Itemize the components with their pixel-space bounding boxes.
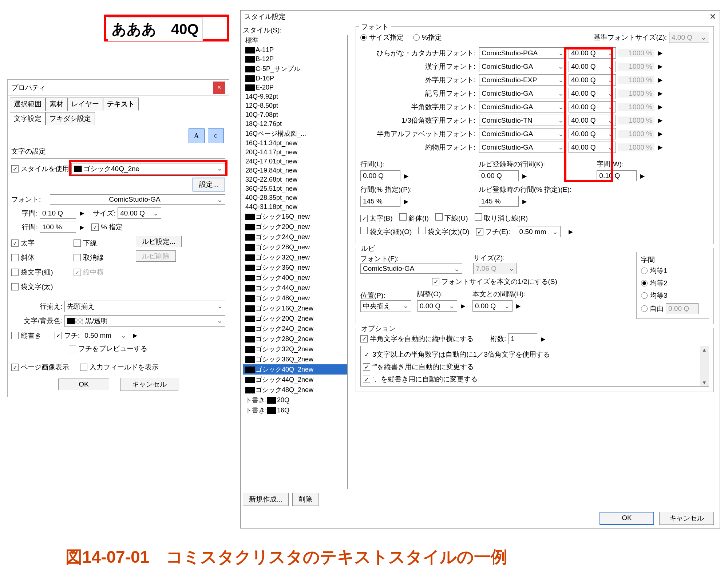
text-circle-icon[interactable]: ○ bbox=[208, 128, 224, 143]
fuchi-checkbox[interactable] bbox=[476, 228, 483, 235]
list-item[interactable]: 16Q-11.34pt_new bbox=[243, 139, 347, 148]
kinto1-radio[interactable] bbox=[641, 268, 648, 274]
list-item[interactable]: 44Q-31.18pt_new bbox=[243, 202, 347, 211]
list-item[interactable]: ゴシック16Q_new bbox=[243, 211, 347, 222]
font-select[interactable]: ComicStudio-EXP⌄ bbox=[479, 74, 566, 86]
list-item[interactable]: ゴシック44Q_2new bbox=[243, 375, 347, 385]
cancel-button[interactable]: キャンセル bbox=[120, 378, 178, 391]
list-item[interactable]: 28Q-19.84pt_new bbox=[243, 166, 347, 175]
font-select[interactable]: ComicStudio-GA⌄ bbox=[479, 101, 566, 112]
list-item[interactable]: ト書き:20Q bbox=[243, 395, 347, 405]
font-select[interactable]: ComicStudio-GA⌄ bbox=[479, 88, 566, 99]
ruby-gyokan-pct-input[interactable]: 145 % bbox=[479, 196, 519, 207]
fuchi-input[interactable]: 0.50 mm⌄ bbox=[517, 226, 561, 237]
arrow-icon[interactable]: ▶ bbox=[78, 224, 86, 231]
ok-button[interactable]: OK bbox=[58, 379, 109, 390]
kinto2-radio[interactable] bbox=[641, 280, 648, 286]
text-area-icon[interactable]: A bbox=[189, 128, 205, 143]
cancel-button[interactable]: キャンセル bbox=[659, 512, 714, 525]
tab-1[interactable]: 素材 bbox=[46, 98, 67, 111]
list-item[interactable]: 24Q-17.01pt_new bbox=[243, 157, 347, 166]
list-item[interactable]: 12Q-8.50pt bbox=[243, 101, 347, 110]
gyokan-pct-input[interactable]: 145 % bbox=[360, 196, 400, 207]
ruby-adj-input[interactable]: 0.00 Q⌄ bbox=[417, 300, 457, 312]
list-item[interactable]: ゴシック40Q_new bbox=[243, 273, 347, 283]
list-item[interactable]: 14Q-9.92pt bbox=[243, 92, 347, 101]
delete-style-button[interactable]: 削除 bbox=[292, 493, 318, 506]
style-list[interactable]: 標準A-11PB-12PC-5P_サンプルD-16PE-20P14Q-9.92p… bbox=[243, 35, 348, 489]
font-select[interactable]: ComicStudio-GA bbox=[50, 194, 225, 205]
list-item[interactable]: ゴシック32Q_2new bbox=[243, 344, 347, 354]
pct-spec-radio[interactable] bbox=[413, 34, 420, 41]
fukuro-futo-checkbox[interactable] bbox=[11, 283, 19, 290]
list-item[interactable]: ゴシック40Q_2new bbox=[243, 364, 347, 375]
ruby-font-select[interactable]: ComicStudio-GA bbox=[360, 264, 462, 274]
option-list[interactable]: 3文字以上の半角数字は自動的に1／3倍角文字を使用する “”を縦書き用に自動的に… bbox=[360, 346, 709, 387]
ruby-gyokan-input[interactable]: 0.00 Q bbox=[479, 170, 519, 181]
pct-spec-checkbox[interactable] bbox=[91, 223, 99, 231]
bold-checkbox[interactable] bbox=[11, 239, 19, 247]
subtab-1[interactable]: フキダシ設定 bbox=[46, 112, 95, 125]
ruby-half-checkbox[interactable] bbox=[432, 278, 439, 285]
jikan-input[interactable]: 0.10 Q bbox=[40, 208, 76, 219]
align-select[interactable]: 先頭揃え bbox=[64, 301, 225, 312]
size-input[interactable]: 40.00 Q⌄ bbox=[118, 207, 161, 219]
list-item[interactable]: ゴシック24Q_2new bbox=[243, 324, 347, 334]
scrollbar[interactable]: ▲▼ bbox=[700, 346, 709, 386]
bold-checkbox[interactable] bbox=[360, 215, 368, 222]
list-item[interactable]: ゴシック36Q_2new bbox=[243, 354, 347, 364]
strike-checkbox[interactable] bbox=[475, 213, 482, 221]
list-item[interactable]: 20Q-14.17pt_new bbox=[243, 148, 347, 157]
list-item[interactable]: D-16P bbox=[243, 74, 347, 83]
style-select[interactable]: ゴシック40Q_2ne bbox=[71, 163, 225, 175]
gyokan-input[interactable]: 100 % bbox=[40, 222, 76, 233]
list-item[interactable]: ゴシック20Q_2new bbox=[243, 313, 347, 324]
list-item[interactable]: ゴシック48Q_new bbox=[243, 293, 347, 303]
list-item[interactable]: ゴシック16Q_2new bbox=[243, 303, 347, 313]
list-item[interactable]: ゴシック32Q_new bbox=[243, 252, 347, 262]
ruby-settings-button[interactable]: ルビ設定... bbox=[136, 236, 182, 247]
fukuro-hoso-checkbox[interactable] bbox=[11, 269, 19, 276]
list-item[interactable]: ゴシック28Q_2new bbox=[243, 334, 347, 344]
list-item[interactable]: 10Q-7.08pt bbox=[243, 110, 347, 119]
size-spec-radio[interactable] bbox=[360, 34, 367, 41]
list-item[interactable]: 18Q-12.76pt bbox=[243, 119, 347, 128]
list-item[interactable]: C-5P_サンプル bbox=[243, 64, 347, 74]
italic-checkbox[interactable] bbox=[399, 213, 407, 221]
ok-button[interactable]: OK bbox=[600, 512, 654, 525]
font-select[interactable]: ComicStudio-GA⌄ bbox=[479, 128, 566, 139]
tab-3[interactable]: テキスト bbox=[103, 98, 139, 111]
fukuro-hoso-checkbox[interactable] bbox=[360, 227, 368, 234]
list-item[interactable]: 16Qページ構成図_... bbox=[243, 128, 347, 139]
list-item[interactable]: A-11P bbox=[243, 45, 347, 55]
italic-checkbox[interactable] bbox=[11, 254, 19, 261]
kinto3-radio[interactable] bbox=[641, 292, 648, 299]
underline-checkbox[interactable] bbox=[435, 213, 443, 221]
fuchi-input[interactable]: 0.50 mm⌄ bbox=[82, 330, 129, 341]
font-select[interactable]: ComicStudio-GA⌄ bbox=[479, 142, 566, 153]
fuchi-preview-checkbox[interactable] bbox=[69, 345, 76, 352]
list-item[interactable]: 標準 bbox=[243, 35, 347, 45]
fukuro-futo-checkbox[interactable] bbox=[418, 227, 426, 234]
list-item[interactable]: 32Q-22.68pt_new bbox=[243, 175, 347, 184]
list-item[interactable]: ゴシック36Q_new bbox=[243, 262, 347, 273]
arrow-icon[interactable]: ▶ bbox=[131, 332, 139, 339]
subtab-0[interactable]: 文字設定 bbox=[10, 112, 46, 125]
tatechuyoko-checkbox[interactable] bbox=[360, 335, 368, 343]
gyokan-input[interactable]: 0.00 Q bbox=[360, 170, 400, 181]
ruby-pos-select[interactable]: 中央揃え bbox=[360, 300, 411, 312]
ruby-gap-input[interactable]: 0.00 Q⌄ bbox=[472, 300, 513, 312]
new-style-button[interactable]: 新規作成... bbox=[243, 493, 289, 506]
tategaki-checkbox[interactable] bbox=[11, 332, 19, 339]
font-select[interactable]: ComicStudio-PGA⌄ bbox=[479, 47, 566, 59]
list-item[interactable]: 36Q-25.51pt_new bbox=[243, 184, 347, 193]
page-img-checkbox[interactable] bbox=[11, 364, 19, 371]
keta-input[interactable]: 1 bbox=[508, 333, 537, 344]
close-icon[interactable]: × bbox=[213, 82, 225, 94]
list-item[interactable]: 40Q-28.35pt_new bbox=[243, 193, 347, 202]
list-item[interactable]: ト書き:16Q bbox=[243, 405, 347, 415]
list-item[interactable]: ゴシック44Q_new bbox=[243, 283, 347, 293]
list-item[interactable]: ゴシック24Q_new bbox=[243, 232, 347, 242]
jiyuu-radio[interactable] bbox=[641, 305, 648, 312]
textbg-select[interactable]: 黒/透明 bbox=[64, 315, 225, 327]
